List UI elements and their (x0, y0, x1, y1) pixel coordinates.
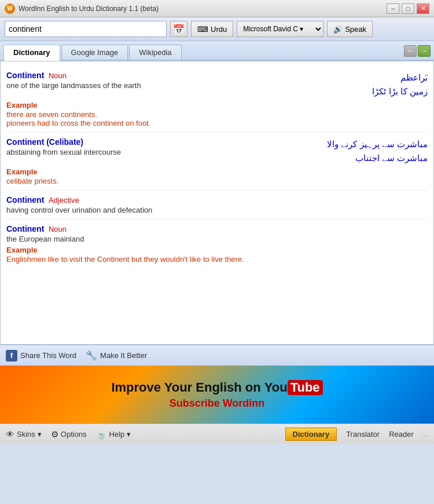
entry-2-header: Continent (Celibate) abstaining from sex… (6, 137, 428, 165)
skins-arrow: ▾ (38, 430, 42, 439)
maximize-button[interactable]: □ (402, 3, 414, 14)
calendar-button[interactable]: 📅 (170, 21, 187, 37)
entry-1-urdu: بَراعظمزمین کا بڑا ٹکڑا (372, 71, 428, 98)
tab-back-button[interactable]: ← (404, 45, 417, 57)
banner-line1: Improve Your English on YouTube (111, 380, 322, 395)
voice-select[interactable]: Microsoft David C ▾ (237, 21, 323, 37)
youtube-you: You (264, 380, 288, 395)
entry-4-def: the European mainland (6, 235, 84, 243)
banner[interactable]: Improve Your English on YouTube Subscrib… (0, 366, 434, 423)
keyboard-icon: ⌨ (197, 25, 208, 34)
make-better-button[interactable]: 🔧 Make It Better (86, 350, 147, 361)
speaker-icon: 🔊 (333, 25, 343, 34)
tab-wikipedia[interactable]: Wikipedia (129, 45, 181, 60)
tab-bar: Dictionary Google Image Wikipedia ← → (0, 41, 434, 61)
entry-1-word: Continent (6, 71, 44, 80)
entry-4-example-text: Englishmen like to visit the Continent b… (6, 255, 428, 264)
search-input[interactable] (5, 21, 167, 37)
share-label: Share This Word (20, 351, 76, 360)
entry-4-type: Noun (49, 225, 67, 233)
entry-1-example-label: Example (6, 101, 428, 109)
entry-2-urdu: مباشرت سے پرہیز کرنے والامباشرت سے اجتنا… (327, 137, 428, 165)
share-button[interactable]: f Share This Word (6, 350, 76, 361)
entry-2-def: abstaining from sexual intercourse (6, 148, 121, 156)
content-area: Continent Noun one of the large landmass… (0, 61, 434, 345)
entry-2: Continent (Celibate) abstaining from sex… (6, 133, 428, 191)
tab-forward-button[interactable]: → (418, 45, 431, 57)
entry-2-example-text: celibate priests. (6, 177, 428, 185)
entry-3-word: Continent (6, 195, 44, 204)
entry-3: Continent Adjective having control over … (6, 191, 428, 220)
app-title: WordInn English to Urdu Dictionary 1.1 (… (19, 5, 159, 13)
speak-label: Speak (345, 25, 366, 34)
options-button[interactable]: ⚙ Options (51, 429, 87, 440)
translator-button[interactable]: Translator (346, 430, 380, 439)
facebook-icon: f (6, 350, 17, 361)
title-bar: W WordInn English to Urdu Dictionary 1.1… (0, 0, 434, 17)
close-button[interactable]: ✕ (417, 3, 429, 14)
skins-icon: 👁 (6, 429, 14, 439)
make-better-label: Make It Better (100, 351, 147, 360)
bottom-bar: f Share This Word 🔧 Make It Better (0, 345, 434, 366)
tab-dictionary[interactable]: Dictionary (3, 45, 60, 61)
tab-navigation: ← → (404, 45, 431, 57)
youtube-logo: YouTube (264, 380, 323, 395)
minimize-button[interactable]: − (387, 3, 399, 14)
entry-4-word: Continent (6, 224, 44, 233)
help-icon: 🍵 (96, 429, 107, 440)
entry-3-word-block: Continent Adjective having control over … (6, 195, 152, 214)
youtube-tube: Tube (288, 380, 323, 395)
options-label: Options (61, 430, 87, 439)
entry-4-example-label: Example (6, 246, 428, 254)
entry-3-header: Continent Adjective having control over … (6, 195, 428, 214)
urdu-label: Urdu (211, 25, 227, 34)
window-controls: − □ ✕ (387, 3, 429, 14)
entry-4-word-block: Continent Noun the European mainland (6, 224, 84, 243)
entry-3-def: having control over urination and defeca… (6, 206, 152, 214)
entry-2-word: Continent (Celibate) (6, 137, 83, 147)
help-button[interactable]: 🍵 Help ▾ (96, 429, 131, 440)
help-arrow: ▾ (127, 430, 131, 439)
entry-3-type: Adjective (49, 196, 79, 204)
speak-button[interactable]: 🔊 Speak (327, 21, 373, 37)
tab-google-image[interactable]: Google Image (61, 45, 128, 60)
entry-1-example-text: there are seven continents. pioneers had… (6, 110, 428, 127)
wrench-icon: 🔧 (86, 350, 97, 361)
entry-1-def: one of the large landmasses of the earth (6, 81, 141, 90)
entry-1-header: Continent Noun one of the large landmass… (6, 71, 428, 98)
more-dots[interactable]: ... (423, 431, 428, 438)
toolbar: 📅 ⌨ Urdu Microsoft David C ▾ 🔊 Speak (0, 17, 434, 41)
entry-2-example-label: Example (6, 167, 428, 176)
entry-1: Continent Noun one of the large landmass… (6, 66, 428, 133)
banner-text-prefix: Improve Your English on (111, 380, 260, 395)
entry-2-word-block: Continent (Celibate) abstaining from sex… (6, 137, 121, 156)
dictionary-tab-button[interactable]: Dictionary (285, 428, 337, 441)
banner-line2: Subscribe Wordinn (170, 397, 265, 410)
skins-label: Skins (17, 430, 35, 439)
status-bar: 👁 Skins ▾ ⚙ Options 🍵 Help ▾ Dictionary … (0, 423, 434, 444)
entry-4: Continent Noun the European mainland Exa… (6, 220, 428, 268)
help-label: Help (109, 430, 125, 439)
entry-1-word-block: Continent Noun one of the large landmass… (6, 71, 141, 90)
entry-1-type: Noun (49, 71, 67, 80)
reader-button[interactable]: Reader (389, 430, 414, 439)
app-icon: W (5, 3, 15, 14)
urdu-button[interactable]: ⌨ Urdu (191, 21, 233, 37)
skins-button[interactable]: 👁 Skins ▾ (6, 429, 42, 439)
entry-4-header: Continent Noun the European mainland (6, 224, 428, 243)
options-icon: ⚙ (51, 429, 58, 440)
title-bar-left: W WordInn English to Urdu Dictionary 1.1… (5, 3, 159, 14)
